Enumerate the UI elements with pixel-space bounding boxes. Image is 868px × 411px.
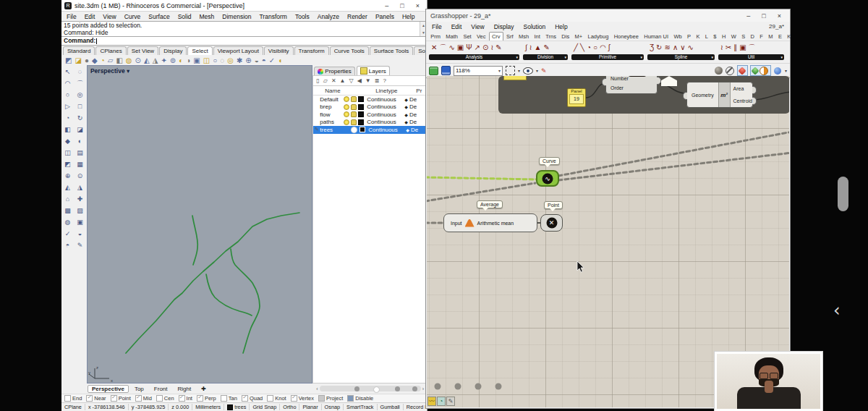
ribbon-group-label[interactable]: Primitive▾ (571, 54, 644, 60)
gh-component-tab[interactable]: L (703, 33, 711, 41)
layer-toolbar-icon[interactable]: ▽ (349, 77, 354, 84)
rhino-side-tool-icon[interactable]: ◠ (62, 79, 73, 88)
rhino-tool-icon[interactable]: ◎ (227, 56, 234, 64)
rhino-tool-icon[interactable]: ◍ (126, 56, 132, 64)
gh-component-icon[interactable]: ≀ (529, 43, 532, 53)
layer-toolbar-icon[interactable]: ▱ (323, 77, 328, 84)
rhino-side-tool-icon[interactable]: ○ (62, 90, 73, 100)
rhino-toolbar-tab[interactable]: CPlanes (95, 46, 126, 55)
osnap-checkbox[interactable] (197, 395, 203, 402)
rhino-tool-icon[interactable]: ◮ (153, 56, 158, 64)
osnap-toggle[interactable]: Mid (135, 395, 152, 402)
rhino-menu-item[interactable]: Panels (375, 13, 394, 20)
save-file-icon[interactable] (441, 66, 451, 75)
gh-component-tab[interactable]: Crv (489, 32, 503, 41)
rhino-tool-icon[interactable]: ◌ (220, 56, 224, 64)
gh-component-tab[interactable]: Int (532, 33, 542, 41)
layer-row[interactable]: Default Continuous ◆ De (313, 96, 426, 103)
rhino-side-tool-icon[interactable]: ✓ (62, 229, 73, 239)
rhino-toolbar-tab[interactable]: Viewport Layout (213, 46, 263, 55)
ribbon-group-label[interactable]: Spline▾ (647, 54, 715, 60)
rhino-toolbar-tab[interactable]: Surface Tools (370, 46, 413, 55)
rhino-tool-icon[interactable]: ◓ (262, 56, 266, 64)
shaded-ball-icon[interactable] (760, 67, 768, 75)
gumball-icon[interactable] (714, 66, 723, 75)
gh-component-tab[interactable]: W (729, 33, 739, 41)
osnap-toggle[interactable]: Cen (156, 395, 174, 402)
gh-component-icon[interactable]: ╱ (574, 43, 578, 53)
rhino-tool-icon[interactable]: ● (85, 56, 89, 64)
gh-component-icon[interactable]: ⌒ (749, 43, 756, 53)
layer-toolbar-icon[interactable]: ▯ (316, 77, 319, 84)
rhino-tool-icon[interactable]: ◑ (186, 56, 190, 64)
status-toggle[interactable]: Planar (299, 404, 321, 410)
layer-row[interactable]: flow Continuous ◆ De (313, 111, 426, 119)
rhino-side-tool-icon[interactable]: ↖ (62, 67, 73, 77)
tab-properties[interactable]: Properties (314, 67, 354, 75)
layer-visibility-bulb-icon[interactable] (344, 111, 349, 117)
rhino-side-tool-icon[interactable]: ◎ (75, 90, 85, 100)
osnap-checkbox[interactable] (347, 395, 354, 402)
gh-component-tab[interactable]: M (766, 33, 775, 41)
gh-component-tab[interactable]: D (748, 33, 757, 41)
rhino-menu-item[interactable]: View (103, 13, 116, 20)
viewport-tab[interactable]: Right (174, 385, 196, 393)
sketch-pen-icon[interactable]: ✎ (541, 67, 547, 75)
selected-preview-icons[interactable] (750, 65, 771, 76)
gh-component-tab[interactable]: S (739, 33, 747, 41)
gh-component-icon[interactable]: ◠ (600, 43, 606, 53)
gh-component-icon[interactable]: ↻ (656, 43, 662, 53)
gh-panel-partial[interactable] (503, 76, 527, 80)
gh-component-tab[interactable]: Honeybee (612, 33, 642, 41)
gh-component-tab[interactable]: Human UI (642, 33, 671, 41)
rhino-tool-icon[interactable]: ▣ (193, 56, 200, 64)
rhino-side-tool-icon[interactable]: ◓ (62, 241, 73, 250)
gh-menu-item[interactable]: Display (494, 23, 514, 30)
rhino-toolbar-tab[interactable]: Curve Tools (330, 46, 369, 55)
viewport-tab-scrollbar[interactable]: ‹ › (316, 386, 424, 391)
wireframe-preview-icon[interactable] (752, 67, 760, 75)
gh-component-icon[interactable]: ◔ (587, 43, 591, 53)
rhino-side-tool-icon[interactable]: ◫ (62, 148, 73, 158)
gh-menu-item[interactable]: Solution (524, 23, 546, 30)
rhino-menu-item[interactable]: Dimension (222, 13, 251, 20)
gh-component-tab[interactable]: P (685, 33, 693, 41)
gh-point-param-node[interactable]: ✕ (540, 214, 563, 232)
compass-widget-icon[interactable]: ◔ (437, 397, 446, 406)
osnap-toggle[interactable]: Perp (197, 395, 216, 402)
rhino-tool-icon[interactable]: ◫ (203, 56, 210, 64)
osnap-checkbox[interactable] (64, 395, 71, 402)
window-control-button[interactable]: □ (400, 2, 404, 9)
gh-component-icon[interactable]: ▣ (457, 43, 464, 53)
gh-menu-item[interactable]: Help (555, 23, 567, 30)
osnap-toggle[interactable]: Knot (267, 395, 286, 402)
osnap-checkbox[interactable] (221, 395, 227, 402)
gh-component-icon[interactable]: ▣ (739, 43, 746, 53)
layer-lock-icon[interactable] (351, 127, 357, 133)
rhino-tool-icon[interactable]: ◔ (101, 56, 105, 64)
rhino-toolbar-tab[interactable]: Select (187, 46, 212, 55)
gh-component-icon[interactable]: ✕ (431, 43, 437, 53)
osnap-checkbox[interactable] (111, 395, 117, 402)
gh-component-tab[interactable]: K (694, 33, 702, 41)
rhino-side-tool-icon[interactable]: ◧ (62, 125, 73, 135)
chevron-left-icon[interactable]: ‹ (833, 300, 841, 321)
gh-component-icon[interactable]: ∥ (733, 43, 737, 53)
status-toggle[interactable]: Record History (404, 404, 427, 410)
gh-component-icon[interactable]: ╲ (580, 43, 584, 53)
rhino-tool-icon[interactable]: ✓ (269, 56, 275, 64)
gh-menu-item[interactable]: Edit (451, 23, 462, 30)
layer-color-swatch[interactable] (358, 119, 364, 125)
preview-eye-icon[interactable] (523, 67, 533, 75)
gh-component-tab[interactable]: $ (711, 33, 719, 41)
layer-toolbar-icon[interactable]: ≣ (375, 77, 380, 84)
layer-toolbar-icon[interactable]: ? (383, 77, 386, 84)
layer-lock-icon[interactable] (351, 111, 357, 117)
rhino-side-tool-icon[interactable]: □ (75, 102, 85, 111)
gh-component-tab[interactable]: Vec (475, 33, 488, 41)
shaded-preview-icon[interactable] (737, 65, 748, 76)
rhino-tool-icon[interactable]: ◖ (278, 56, 282, 64)
rhino-side-tool-icon[interactable]: ◩ (62, 160, 73, 169)
gh-component-tab[interactable]: Math (443, 33, 460, 41)
sketch-widget-icon[interactable]: 〰 (427, 397, 436, 406)
